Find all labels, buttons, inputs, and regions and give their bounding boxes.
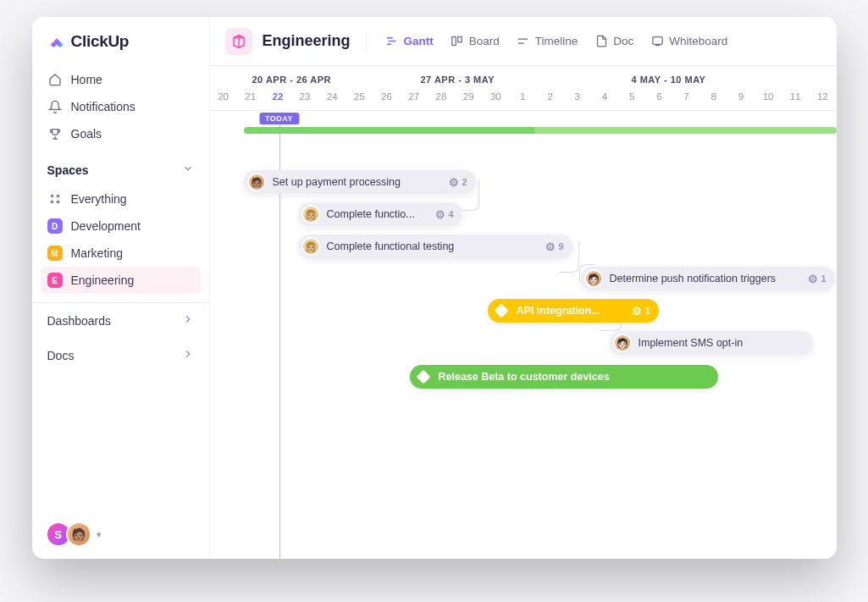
day-tick: 29 [455, 91, 482, 102]
gantt-timeline[interactable]: 20 APR - 26 APR 27 APR - 3 MAY 4 MAY - 1… [210, 66, 837, 559]
task-bar[interactable]: 🧑🏻 Determine push notification triggers … [581, 267, 835, 290]
workspace-title: Engineering [263, 32, 351, 50]
subtask-count[interactable]: 1 [632, 306, 650, 317]
avatar-menu-icon[interactable]: ▾ [97, 529, 102, 540]
view-gantt-label: Gantt [404, 35, 434, 47]
range-1: 20 APR - 26 APR [210, 75, 406, 85]
view-doc-label: Doc [613, 35, 633, 47]
range-2: 27 APR - 3 MAY [406, 75, 601, 85]
day-tick: 26 [373, 91, 401, 102]
space-badge-e: E [47, 273, 63, 288]
user-avatar-2: 🧑🏽 [66, 522, 91, 547]
days-axis: 2021222324252627282930123456789101112 [210, 85, 837, 111]
gear-icon [435, 209, 445, 220]
nav-goals[interactable]: Goals [41, 120, 201, 147]
space-badge-d: D [47, 218, 63, 234]
separator [366, 31, 367, 52]
space-development-label: Development [71, 219, 141, 233]
task-label: Determine push notification triggers [610, 273, 777, 284]
spaces-header-label: Spaces [47, 163, 89, 177]
view-tab-doc[interactable]: Doc [591, 30, 637, 53]
nav-dashboards[interactable]: Dashboards [32, 302, 209, 338]
gear-icon [449, 177, 459, 188]
assignee-avatar: 👩🏼 [301, 237, 320, 256]
space-everything[interactable]: Everything [41, 185, 201, 213]
gantt-icon [385, 35, 399, 48]
day-tick: 20 [210, 91, 237, 102]
milestone-icon [416, 370, 430, 384]
assignee-avatar: 🧑🏻 [584, 269, 603, 288]
task-bar-milestone[interactable]: Release Beta to customer devices [410, 365, 718, 389]
date-ranges: 20 APR - 26 APR 27 APR - 3 MAY 4 MAY - 1… [210, 66, 837, 85]
day-tick: 6 [645, 91, 672, 102]
day-tick: 3 [564, 91, 591, 102]
workspace-icon[interactable] [225, 28, 252, 55]
task-label: Release Beta to customer devices [439, 371, 610, 383]
subtask-count[interactable]: 9 [545, 241, 563, 252]
subtask-count[interactable]: 2 [449, 177, 467, 188]
task-bar[interactable]: 👩🏼 Complete functional testing 9 [298, 235, 572, 258]
view-whiteboard-label: Whiteboard [669, 35, 727, 47]
task-bar[interactable]: 🧑🏻 Implement SMS opt-in [610, 331, 813, 355]
task-bar[interactable]: 🧑🏽 Set up payment processing 2 [244, 170, 476, 194]
view-tab-whiteboard[interactable]: Whiteboard [647, 30, 731, 53]
day-tick: 5 [618, 91, 645, 102]
clickup-logo-icon [47, 32, 66, 51]
day-tick: 30 [482, 91, 509, 102]
bell-icon [47, 99, 63, 114]
svg-rect-8 [458, 37, 462, 42]
today-badge: TODAY [259, 113, 299, 124]
task-bar-milestone[interactable]: API integration... 1 [488, 299, 659, 323]
main-panel: Engineering Gantt Board Timeline [210, 17, 837, 559]
nav-home-label: Home [71, 73, 102, 86]
day-tick: 1 [509, 91, 536, 102]
space-marketing-label: Marketing [71, 246, 123, 260]
range-3: 4 MAY - 10 MAY [601, 75, 797, 85]
day-tick: 9 [727, 91, 755, 102]
day-tick: 12 [809, 91, 836, 102]
whiteboard-icon [650, 35, 664, 48]
sidebar: ClickUp Home Notifications Goals [32, 17, 210, 559]
trophy-icon [47, 126, 63, 141]
nav-notifications[interactable]: Notifications [41, 93, 201, 120]
subtask-count[interactable]: 1 [808, 273, 826, 284]
space-engineering[interactable]: E Engineering [41, 267, 201, 294]
space-marketing[interactable]: M Marketing [41, 240, 201, 267]
brand-logo[interactable]: ClickUp [32, 17, 209, 63]
board-icon [451, 35, 464, 48]
view-board-label: Board [469, 35, 500, 47]
assignee-avatar: 🧑🏽 [247, 173, 266, 191]
nav-docs[interactable]: Docs [32, 338, 209, 373]
task-bar[interactable]: 👩🏼 Complete functio... 4 [298, 202, 462, 226]
day-tick: 25 [346, 91, 373, 102]
user-avatars[interactable]: S 🧑🏽 ▾ [32, 510, 209, 559]
day-tick: 28 [428, 91, 455, 102]
nav-notifications-label: Notifications [71, 100, 135, 113]
nav-goals-label: Goals [71, 127, 102, 141]
nav-home[interactable]: Home [41, 66, 201, 93]
grid-icon [47, 191, 63, 207]
view-tab-board[interactable]: Board [447, 30, 503, 53]
view-timeline-label: Timeline [535, 35, 578, 47]
app-frame: ClickUp Home Notifications Goals [32, 17, 837, 559]
doc-icon [594, 35, 608, 48]
svg-rect-7 [452, 37, 456, 46]
day-tick: 11 [782, 91, 809, 102]
space-engineering-label: Engineering [71, 273, 135, 287]
svg-point-3 [57, 201, 58, 202]
view-tab-timeline[interactable]: Timeline [513, 30, 582, 53]
chevron-right-icon [182, 313, 194, 328]
view-tab-gantt[interactable]: Gantt [382, 30, 437, 53]
gear-icon [808, 273, 818, 284]
day-tick: 2 [537, 91, 564, 102]
gear-icon [632, 306, 642, 317]
day-tick: 21 [237, 91, 264, 102]
day-tick: 22 [264, 91, 291, 102]
subtask-count[interactable]: 4 [435, 209, 453, 220]
gear-icon [545, 241, 556, 252]
day-tick: 4 [591, 91, 618, 102]
space-development[interactable]: D Development [41, 213, 201, 240]
task-label: Complete functio... [327, 208, 415, 220]
svg-point-1 [57, 195, 58, 196]
spaces-header[interactable]: Spaces [32, 151, 209, 184]
